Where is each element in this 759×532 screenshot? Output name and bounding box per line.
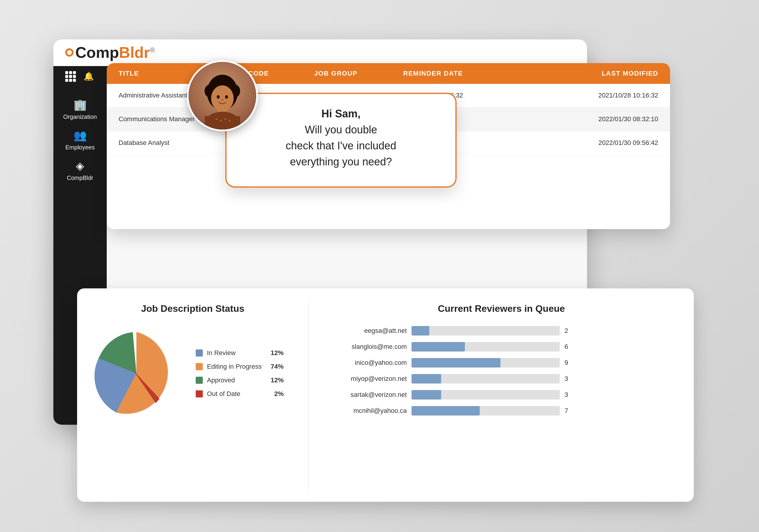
pie-svg	[89, 326, 184, 421]
reviewer-bar-6	[412, 406, 480, 416]
legend-pct-out-of-date: 2%	[274, 390, 284, 398]
reviewer-bar-bg-4	[412, 374, 560, 384]
reviewer-count-6: 7	[565, 407, 574, 415]
chart-title: Job Description Status	[89, 303, 297, 314]
reviewer-bar-2	[412, 342, 465, 352]
legend-label-out-of-date: Out of Date	[207, 390, 265, 398]
reviewers-section: Current Reviewers in Queue eegsa@att.net…	[309, 288, 694, 502]
reviewer-bar-5	[412, 390, 441, 399]
legend-item-approved: Approved 12%	[196, 376, 284, 384]
legend-pct-in-review: 12%	[271, 349, 284, 357]
reviewer-email-3: inico@yahoo.com	[324, 359, 407, 367]
th-last-modified: LAST MODIFIED	[557, 70, 658, 77]
reviewer-email-6: mcnihil@yahoo.ca	[324, 407, 407, 415]
logo-reg: ®	[150, 46, 155, 54]
svg-point-14	[217, 95, 220, 99]
td-modified-2: 2022/01/30 08:32:10	[557, 115, 658, 123]
logo-bldr: Bldr	[119, 44, 150, 61]
reviewer-count-2: 6	[565, 343, 574, 351]
svg-point-16	[221, 99, 223, 101]
org-icon: 🏢	[73, 99, 87, 111]
reviewers-title: Current Reviewers in Queue	[324, 303, 679, 314]
svg-point-6	[211, 85, 234, 111]
reviewer-email-2: slanglois@me.com	[324, 343, 407, 351]
reviewer-bar-1	[412, 326, 429, 335]
sidebar-item-organization[interactable]: 🏢 Organization	[63, 99, 97, 120]
td-modified-1: 2021/10/28 10:16:32	[557, 92, 658, 99]
bubble-line3: everything you need?	[241, 154, 441, 170]
chart-section: Job Description Status	[77, 288, 308, 502]
reviewer-row-4: miyop@verizon.net 3	[324, 374, 679, 384]
employees-label: Employees	[65, 144, 95, 151]
td-modified-3: 2022/01/30 09:56:42	[557, 139, 658, 147]
reviewer-row-1: eegsa@att.net 2	[324, 326, 679, 335]
logo-text: CompBldr®	[75, 44, 155, 61]
svg-point-15	[225, 95, 228, 99]
reviewer-row-3: inico@yahoo.com 9	[324, 358, 679, 367]
scene: CompBldr® 🔔 DASHBOARD TITLES COLLABORATI…	[53, 21, 706, 511]
reviewer-row-5: sartak@verizon.net 3	[324, 390, 679, 399]
td-title-3: Database Analyst	[119, 139, 231, 147]
compbldr-icon: ◈	[76, 160, 84, 172]
avatar-face	[188, 62, 256, 130]
legend-item-editing: Editing in Progress 74%	[196, 363, 284, 370]
reviewer-row-2: slanglois@me.com 6	[324, 342, 679, 352]
logo-icon	[65, 48, 73, 57]
legend-dot-editing	[196, 363, 203, 370]
sidebar-item-compbldr[interactable]: ◈ CompBldr	[67, 160, 94, 181]
reviewer-count-5: 3	[565, 391, 574, 399]
chart-area: In Review 12% Editing in Progress 74% Ap…	[89, 326, 297, 421]
legend-pct-editing: 74%	[271, 363, 284, 370]
th-reminder-date: REMINDER DATE	[403, 70, 557, 77]
legend-dot-in-review	[196, 349, 203, 357]
chart-legend: In Review 12% Editing in Progress 74% Ap…	[196, 349, 284, 398]
reviewer-bar-4	[412, 374, 441, 384]
grid-icon[interactable]	[65, 71, 76, 82]
reviewer-email-5: sartak@verizon.net	[324, 391, 407, 399]
legend-label-in-review: In Review	[207, 349, 262, 357]
reviewer-bar-bg-3	[412, 358, 560, 367]
th-job-group: JOB GROUP	[314, 70, 403, 77]
bottom-dashboard-card: Job Description Status	[77, 288, 694, 502]
bubble-greeting: Hi Sam,	[241, 106, 441, 122]
svg-point-13	[229, 120, 231, 122]
svg-point-12	[224, 118, 226, 120]
reviewer-bar-bg-6	[412, 406, 560, 416]
reviewer-email-1: eegsa@att.net	[324, 327, 407, 335]
avatar-svg	[193, 70, 252, 130]
legend-dot-approved	[196, 377, 203, 384]
svg-point-11	[220, 120, 222, 122]
reviewer-count-3: 9	[565, 359, 574, 367]
svg-point-10	[216, 118, 217, 120]
logo-bar: CompBldr®	[53, 39, 587, 66]
reviewer-bar-bg-2	[412, 342, 560, 352]
legend-label-approved: Approved	[207, 376, 262, 384]
reviewer-bar-3	[412, 358, 500, 367]
svg-rect-9	[205, 116, 240, 130]
reviewer-bar-bg-1	[412, 326, 560, 335]
reviewer-bar-bg-5	[412, 390, 560, 399]
org-label: Organization	[63, 114, 97, 120]
legend-dot-out-of-date	[196, 390, 203, 398]
legend-item-out-of-date: Out of Date 2%	[196, 390, 284, 398]
employees-icon: 👥	[73, 129, 87, 142]
sidebar-item-employees[interactable]: 👥 Employees	[65, 129, 95, 151]
reviewer-count-1: 2	[565, 327, 574, 335]
reviewer-email-4: miyop@verizon.net	[324, 375, 407, 383]
speech-bubble: Hi Sam, Will you double check that I've …	[225, 93, 457, 188]
reviewer-row-6: mcnihil@yahoo.ca 7	[324, 406, 679, 416]
legend-label-editing: Editing in Progress	[207, 363, 262, 370]
legend-pct-approved: 12%	[271, 376, 284, 384]
reviewer-count-4: 3	[565, 375, 574, 383]
compbldr-label: CompBldr	[67, 174, 94, 181]
bell-icon[interactable]: 🔔	[84, 71, 94, 81]
bubble-line1: Will you double	[241, 122, 441, 138]
logo-comp: Comp	[75, 44, 119, 61]
avatar	[187, 60, 258, 131]
pie-chart	[89, 326, 184, 421]
legend-item-in-review: In Review 12%	[196, 349, 284, 357]
bubble-line2: check that I've included	[241, 138, 441, 154]
